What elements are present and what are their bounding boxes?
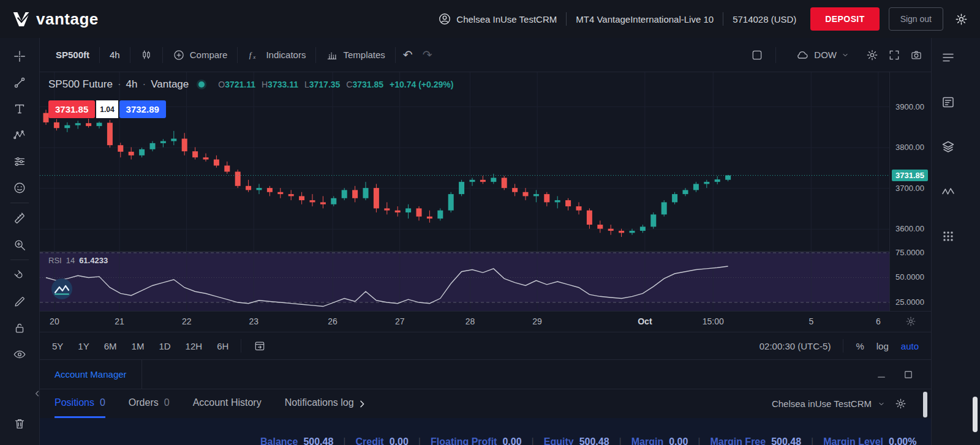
account-summary-row: Balance500.48|Credit0.00|Floating Profit…	[40, 418, 931, 445]
overlay-symbol-button[interactable]: DOW	[788, 45, 856, 65]
rsi-legend[interactable]: RSI 14 61.4233	[48, 256, 108, 265]
summary-floating-profit: Floating Profit0.00	[431, 436, 522, 445]
vantage-logo[interactable]: vantage	[12, 10, 99, 29]
account-manager-tabs: Positions0Orders0Account HistoryNotifica…	[40, 389, 931, 418]
range-button-1y[interactable]: 1Y	[78, 341, 89, 351]
grid-dots-icon[interactable]	[937, 223, 960, 249]
signout-button[interactable]: Sign out	[889, 7, 943, 31]
summary-equity: Equity500.48	[544, 436, 609, 445]
page-scrollbar-thumb[interactable]	[973, 397, 978, 432]
account-selector-label: Chelsea inUse TestCRM	[772, 398, 872, 409]
topbar: vantage Chelsea InUse TestCRM MT4 Vantag…	[0, 0, 980, 38]
range-button-6m[interactable]: 6M	[104, 341, 117, 351]
account-manager-title[interactable]: Account Manager	[40, 360, 142, 389]
account-settings-icon[interactable]	[895, 398, 907, 409]
auto-scale-button[interactable]: auto	[901, 341, 919, 351]
tab-positions[interactable]: Positions0	[55, 389, 105, 418]
tab-notifications-log[interactable]: Notifications log	[285, 389, 353, 418]
tabs-scroll-right-icon[interactable]	[357, 399, 367, 409]
crosshair-icon[interactable]	[8, 43, 31, 69]
divider	[566, 12, 567, 26]
emoji-icon[interactable]	[8, 174, 31, 201]
summary-separator: |	[532, 436, 534, 445]
divider	[130, 47, 130, 63]
price-axis-label: 3900.00	[895, 102, 924, 111]
timezone-settings-icon[interactable]	[905, 316, 916, 327]
account-manager-header: Account Manager	[40, 360, 931, 389]
user-menu[interactable]: Chelsea InUse TestCRM	[438, 12, 557, 26]
activity-icon[interactable]	[937, 178, 960, 204]
lock-icon[interactable]	[8, 315, 31, 341]
chart-legend[interactable]: SP500 Future · 4h · Vantage O3721.11 H37…	[48, 78, 453, 91]
candles-style-button[interactable]	[133, 45, 160, 65]
price-axis-label: 3600.00	[895, 224, 924, 233]
account-manager-panel: Account Manager Positions0Orders0Account…	[40, 359, 931, 445]
sliders-icon[interactable]	[8, 148, 31, 174]
panel-scrollbar[interactable]	[923, 392, 927, 417]
range-button-1m[interactable]: 1M	[132, 341, 145, 351]
data-window-icon[interactable]	[937, 89, 960, 115]
summary-margin-free: Margin Free500.48	[710, 436, 801, 445]
legend-provider: Vantage	[151, 78, 189, 91]
trendline-icon[interactable]	[8, 69, 31, 95]
last-price-badge: 3731.85	[892, 170, 928, 181]
maximize-icon[interactable]	[903, 369, 914, 380]
watchlist-icon[interactable]	[937, 44, 960, 70]
divider	[237, 47, 238, 63]
symbol-button[interactable]: SP500ft	[48, 45, 97, 65]
interval-button[interactable]: 4h	[102, 45, 127, 65]
account-selector[interactable]: Chelsea inUse TestCRM	[772, 398, 885, 409]
magnet-icon[interactable]	[8, 262, 31, 288]
legend-interval: 4h	[126, 78, 138, 91]
camera-icon[interactable]	[910, 49, 922, 61]
svg-text:x: x	[253, 54, 256, 60]
time-axis-label: 26	[328, 316, 337, 326]
overlay-symbol-label: DOW	[814, 50, 837, 60]
range-button-12h[interactable]: 12H	[186, 341, 203, 351]
layers-icon[interactable]	[937, 133, 960, 160]
compare-button[interactable]: Compare	[165, 45, 235, 65]
fullscreen-icon[interactable]	[888, 49, 900, 61]
range-button-1d[interactable]: 1D	[159, 341, 170, 351]
market-status-dot[interactable]	[198, 81, 205, 88]
clock-label[interactable]: 02:00:30 (UTC-5)	[760, 341, 831, 351]
undo-icon[interactable]: ↶	[398, 48, 418, 62]
change-value: +10.74 (+0.29%)	[390, 80, 453, 89]
high-value: H3733.11	[262, 80, 298, 89]
time-axis[interactable]: 2021222326272829Oct15:0056	[40, 311, 931, 332]
server-label: MT4 VantageInternational-Live 10	[576, 14, 714, 24]
goto-date-icon[interactable]	[254, 340, 266, 352]
tab-orders[interactable]: Orders0	[129, 389, 170, 418]
draw-icon[interactable]	[8, 288, 31, 315]
compare-icon	[173, 49, 185, 61]
divider	[315, 47, 316, 63]
chart-bottom-toolbar: 5Y1Y6M1M1D12H6H 02:00:30 (UTC-5) % log a…	[40, 332, 931, 359]
redo-icon[interactable]: ↷	[418, 48, 437, 62]
chart-settings-icon[interactable]	[866, 49, 878, 61]
ruler-icon[interactable]	[8, 205, 31, 231]
price-axis[interactable]: 3900.003800.003700.003600.003731.8575.00…	[889, 72, 931, 311]
zoom-icon[interactable]	[8, 231, 31, 258]
deposit-button[interactable]: DEPOSIT	[810, 7, 879, 31]
tab-account-history[interactable]: Account History	[193, 389, 262, 418]
range-button-6h[interactable]: 6H	[217, 341, 228, 351]
price-chart[interactable]	[40, 72, 889, 311]
open-value: O3721.11	[218, 80, 255, 89]
symbol-logo	[51, 278, 73, 300]
log-scale-button[interactable]: log	[876, 341, 889, 351]
settings-gear-icon[interactable]	[955, 13, 968, 26]
eye-icon[interactable]	[8, 341, 31, 367]
minimize-icon[interactable]	[876, 369, 887, 380]
layout-icon[interactable]	[751, 49, 763, 61]
percent-scale-button[interactable]: %	[856, 341, 864, 351]
range-button-5y[interactable]: 5Y	[52, 341, 63, 351]
indicators-button[interactable]: fx Indicators	[240, 45, 313, 65]
trash-icon[interactable]	[8, 410, 31, 436]
buy-button[interactable]: 3732.89	[119, 100, 166, 118]
sell-button[interactable]: 3731.85	[48, 100, 95, 118]
templates-button[interactable]: Templates	[318, 45, 392, 65]
pattern-tool-icon[interactable]	[8, 122, 31, 148]
svg-text:f: f	[249, 51, 253, 59]
text-tool-icon[interactable]	[8, 95, 31, 122]
collapse-rail-icon[interactable]	[33, 389, 42, 398]
